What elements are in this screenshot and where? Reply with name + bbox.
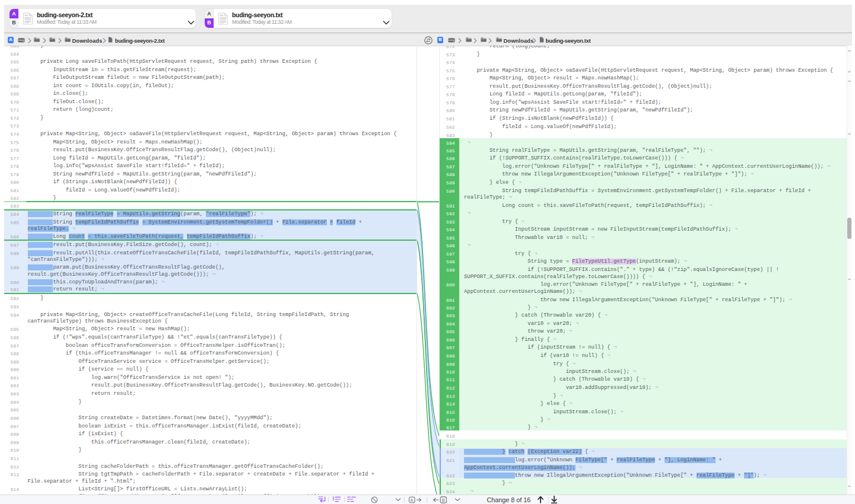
svg-text:A: A xyxy=(411,497,414,502)
svg-text:B: B xyxy=(442,497,445,502)
svg-text:2: 2 xyxy=(332,497,334,501)
